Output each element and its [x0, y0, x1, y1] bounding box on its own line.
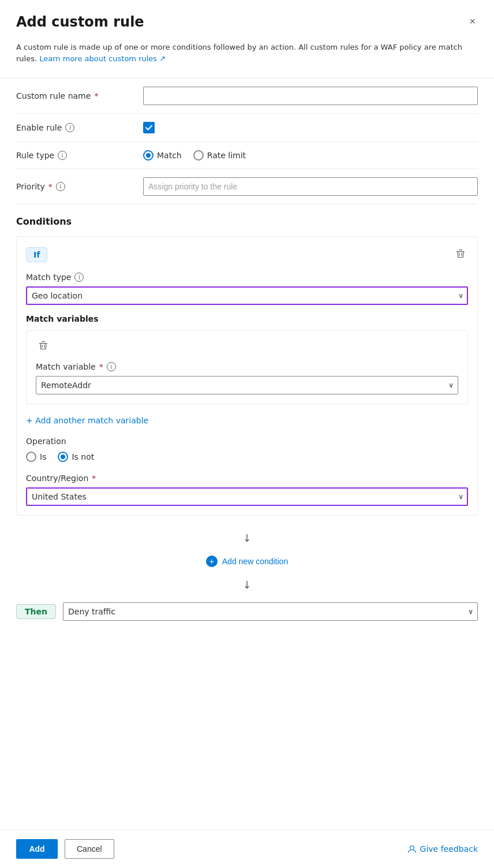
country-required: *: [92, 474, 96, 483]
is-not-radio-outer: [58, 452, 68, 462]
is-radio-label: Is: [40, 452, 46, 461]
dialog-footer: Add Cancel Give feedback: [0, 829, 494, 868]
priority-label: Priority * i: [16, 182, 143, 191]
match-variables-title: Match variables: [26, 314, 468, 323]
enable-rule-checkbox[interactable]: [143, 122, 155, 133]
country-region-section: Country/Region * United States ∨: [26, 474, 468, 506]
arrow-down-2: ↓: [16, 572, 478, 598]
rule-type-rate-limit-option[interactable]: Rate limit: [193, 150, 246, 161]
enable-rule-label: Enable rule i: [16, 123, 143, 132]
delete-match-variable-button[interactable]: [36, 338, 51, 355]
custom-rule-name-label: Custom rule name *: [16, 91, 143, 100]
match-radio-outer: [143, 150, 154, 161]
footer-actions: Add Cancel: [16, 839, 114, 859]
operation-label: Operation: [26, 437, 468, 446]
enable-rule-row: Enable rule i: [16, 114, 478, 142]
operation-is-option[interactable]: Is: [26, 452, 46, 462]
rule-type-radio-group: Match Rate limit: [143, 150, 478, 161]
enable-rule-info-icon[interactable]: i: [65, 123, 74, 132]
custom-rule-name-control: [143, 87, 478, 105]
match-variable-required: *: [99, 362, 103, 371]
if-badge: If: [26, 247, 47, 262]
priority-required-marker: *: [48, 182, 53, 191]
add-condition-button[interactable]: + Add new condition: [16, 551, 478, 572]
match-type-dropdown-wrapper: Geo location ∨: [26, 286, 468, 305]
rate-limit-radio-label: Rate limit: [207, 151, 246, 160]
dialog-header: Add custom rule ×: [16, 14, 478, 30]
conditions-section-title: Conditions: [16, 204, 478, 236]
match-variable-dropdown-wrapper: RemoteAddr ∨: [36, 376, 458, 394]
enable-rule-control: [143, 122, 478, 133]
priority-row: Priority * i: [16, 169, 478, 204]
cancel-button[interactable]: Cancel: [65, 839, 114, 859]
is-radio-outer: [26, 452, 36, 462]
country-region-dropdown-wrapper: United States ∨: [26, 487, 468, 506]
add-condition-icon: +: [206, 556, 218, 567]
match-type-info-icon[interactable]: i: [74, 273, 84, 282]
learn-more-link[interactable]: Learn more about custom rules ↗: [39, 54, 166, 63]
checkmark-icon: [145, 124, 152, 131]
description-text: A custom rule is made up of one or more …: [16, 42, 478, 64]
condition-block: If Match type i Geo location ∨: [16, 236, 478, 516]
required-marker: *: [94, 91, 98, 100]
operation-radio-group: Is Is not: [26, 452, 468, 462]
enable-rule-checkbox-wrapper: [143, 122, 478, 133]
match-variable-info-icon[interactable]: i: [107, 362, 116, 371]
add-custom-rule-dialog: Add custom rule × A custom rule is made …: [0, 0, 494, 868]
condition-header: If: [26, 246, 468, 263]
priority-info-icon[interactable]: i: [56, 182, 65, 191]
match-variable-dropdown[interactable]: RemoteAddr: [36, 376, 458, 394]
then-row: Then Deny traffic ∨: [16, 602, 478, 621]
match-variable-label: Match variable * i: [36, 362, 458, 371]
match-variables-section: Match variables Match variable: [26, 314, 468, 425]
svg-rect-1: [459, 249, 462, 250]
arrow-down-1: ↓: [16, 525, 478, 551]
priority-control: [143, 177, 478, 196]
rule-type-match-option[interactable]: Match: [143, 150, 182, 161]
add-button[interactable]: Add: [16, 839, 58, 859]
delete-condition-button[interactable]: [453, 246, 468, 263]
rule-type-control: Match Rate limit: [143, 150, 478, 161]
match-variable-card: Match variable * i RemoteAddr ∨: [26, 330, 468, 404]
country-region-label: Country/Region *: [26, 474, 468, 483]
then-badge: Then: [16, 604, 56, 619]
rate-limit-radio-outer: [193, 150, 204, 161]
match-radio-label: Match: [157, 151, 182, 160]
match-variable-card-header: [36, 338, 458, 355]
custom-rule-name-input[interactable]: [143, 87, 478, 105]
dialog-title: Add custom rule: [16, 14, 144, 30]
is-not-radio-label: Is not: [72, 452, 94, 461]
trash-icon: [455, 248, 466, 259]
country-region-dropdown[interactable]: United States: [26, 487, 468, 506]
is-not-radio-inner: [61, 455, 65, 459]
rule-type-row: Rule type i Match Rate limit: [16, 142, 478, 169]
svg-point-8: [410, 846, 414, 850]
operation-section: Operation Is Is not: [26, 437, 468, 462]
match-type-label: Match type i: [26, 273, 468, 282]
add-condition-label: Add new condition: [222, 557, 288, 566]
match-type-dropdown[interactable]: Geo location: [26, 286, 468, 305]
match-var-trash-icon: [38, 340, 48, 351]
give-feedback-link[interactable]: Give feedback: [407, 844, 478, 854]
operation-is-not-option[interactable]: Is not: [58, 452, 94, 462]
feedback-icon: [407, 844, 417, 854]
close-button[interactable]: ×: [467, 14, 478, 29]
priority-input[interactable]: [143, 177, 478, 196]
match-radio-inner: [146, 153, 151, 158]
rule-type-info-icon[interactable]: i: [58, 151, 67, 160]
svg-rect-5: [42, 341, 45, 342]
rule-type-label: Rule type i: [16, 151, 143, 160]
add-match-variable-link[interactable]: + Add another match variable: [26, 416, 148, 425]
then-action-dropdown-wrapper: Deny traffic ∨: [63, 602, 478, 621]
custom-rule-name-row: Custom rule name *: [16, 79, 478, 114]
then-action-dropdown[interactable]: Deny traffic: [63, 602, 478, 621]
